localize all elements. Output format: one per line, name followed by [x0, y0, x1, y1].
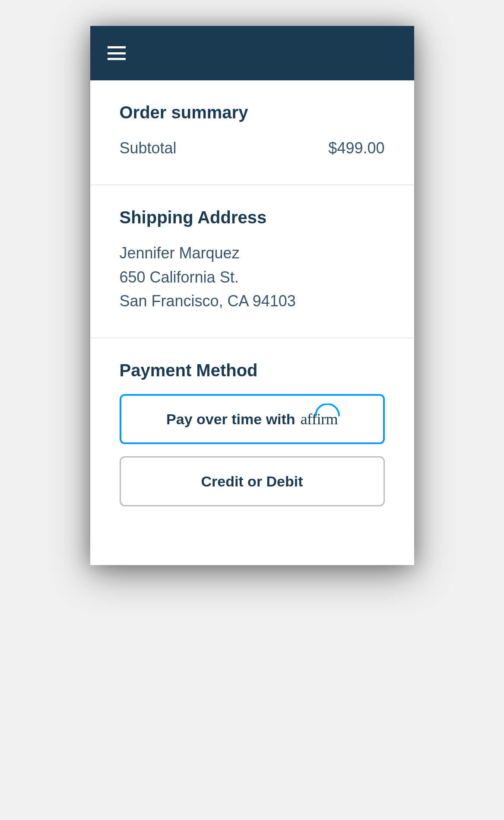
- credit-debit-label: Credit or Debit: [201, 473, 303, 490]
- order-summary-section: Order summary Subtotal $499.00: [90, 80, 414, 184]
- shipping-address-section: Shipping Address Jennifer Marquez 650 Ca…: [90, 184, 414, 337]
- shipping-title: Shipping Address: [120, 208, 385, 227]
- payment-method-section: Payment Method Pay over time with affirm…: [90, 337, 414, 531]
- affirm-logo-icon: affirm: [301, 411, 338, 427]
- order-summary-title: Order summary: [120, 103, 385, 122]
- hamburger-menu-icon[interactable]: [108, 46, 126, 60]
- checkout-screen: Order summary Subtotal $499.00 Shipping …: [90, 26, 414, 565]
- bottom-spacer: [90, 531, 414, 565]
- pay-credit-debit-button[interactable]: Credit or Debit: [120, 456, 385, 506]
- payment-buttons: Pay over time with affirm Credit or Debi…: [120, 394, 385, 506]
- subtotal-label: Subtotal: [120, 136, 177, 160]
- shipping-name: Jennifer Marquez: [120, 241, 385, 265]
- pay-affirm-prefix: Pay over time with: [166, 411, 295, 428]
- app-header: [90, 26, 414, 80]
- payment-title: Payment Method: [120, 361, 385, 380]
- subtotal-value: $499.00: [328, 136, 384, 160]
- shipping-city-state-zip: San Francisco, CA 94103: [120, 289, 385, 313]
- subtotal-row: Subtotal $499.00: [120, 136, 385, 160]
- shipping-street: 650 California St.: [120, 265, 385, 289]
- pay-affirm-button[interactable]: Pay over time with affirm: [120, 394, 385, 444]
